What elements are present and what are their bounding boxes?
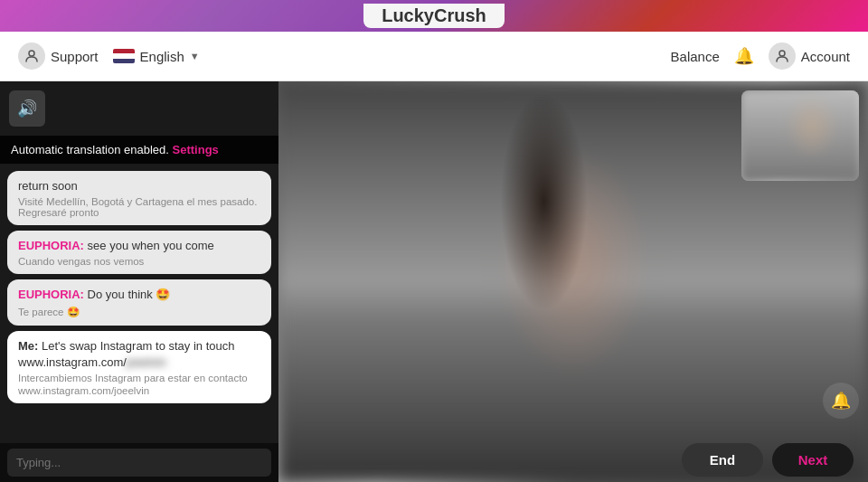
message-3-text: EUPHORIA: Do you think 🤩 bbox=[18, 287, 260, 303]
message-3-translated: Te parece 🤩 bbox=[18, 306, 260, 318]
nav-left: Support English ▼ bbox=[18, 43, 200, 70]
nav-right: Balance 🔔 Account bbox=[671, 43, 850, 70]
svg-point-0 bbox=[29, 51, 34, 56]
language-selector[interactable]: English ▼ bbox=[113, 49, 200, 64]
logo-bold: Crush bbox=[434, 5, 486, 25]
message-4-text: Me: Let's swap Instagram to stay in touc… bbox=[18, 338, 260, 354]
language-label: English bbox=[140, 49, 184, 64]
support-label: Support bbox=[51, 49, 99, 64]
webcam-blur bbox=[741, 90, 859, 181]
end-button[interactable]: End bbox=[682, 443, 763, 477]
translation-notice: Automatic translation enabled. Settings bbox=[0, 136, 278, 164]
logo: LuckyCrush bbox=[363, 4, 505, 28]
message-4-translated-url: www.instagram.com/joeelvin bbox=[18, 385, 260, 396]
support-icon bbox=[18, 43, 45, 70]
account-label: Account bbox=[801, 49, 850, 64]
message-2-text: EUPHORIA: see you when you come bbox=[18, 238, 260, 254]
balance-label: Balance bbox=[671, 49, 720, 64]
chat-bubble-2: EUPHORIA: see you when you come Cuando v… bbox=[7, 231, 271, 274]
balance-button[interactable]: Balance bbox=[671, 49, 720, 64]
chat-input[interactable] bbox=[7, 449, 271, 477]
volume-icon: 🔊 bbox=[17, 99, 37, 118]
alert-button[interactable]: 🔔 bbox=[823, 383, 859, 419]
settings-link[interactable]: Settings bbox=[173, 143, 219, 156]
message-4-instagram: www.instagram.com/joeelvin bbox=[18, 354, 260, 371]
sender-me: Me: bbox=[18, 339, 38, 353]
chat-messages: return soon Visité Medellín, Bogotá y Ca… bbox=[0, 164, 278, 443]
message-1-translated: Visité Medellín, Bogotá y Cartagena el m… bbox=[18, 196, 260, 218]
sender-euphoria-2: EUPHORIA: bbox=[18, 288, 84, 301]
support-button[interactable]: Support bbox=[18, 43, 99, 70]
account-button[interactable]: Account bbox=[769, 43, 850, 70]
svg-point-1 bbox=[779, 51, 785, 56]
chat-input-area bbox=[0, 443, 278, 482]
webcam-preview bbox=[741, 90, 859, 181]
translation-text: Automatic translation enabled. bbox=[11, 143, 169, 156]
chevron-down-icon: ▼ bbox=[190, 51, 200, 61]
sender-euphoria-1: EUPHORIA: bbox=[18, 239, 84, 252]
main-content: 🔊 Automatic translation enabled. Setting… bbox=[0, 81, 868, 482]
chat-bubble-3: EUPHORIA: Do you think 🤩 Te parece 🤩 bbox=[7, 279, 271, 325]
bottom-controls: End Next bbox=[557, 437, 868, 482]
chat-bubble-4: Me: Let's swap Instagram to stay in touc… bbox=[7, 331, 271, 403]
notifications-button[interactable]: 🔔 bbox=[734, 46, 754, 66]
video-area: 🔔 End Next bbox=[278, 81, 868, 482]
instagram-blurred: joeelvin bbox=[127, 355, 166, 369]
message-2-translated: Cuando vengas nos vemos bbox=[18, 256, 260, 267]
chat-panel: 🔊 Automatic translation enabled. Setting… bbox=[0, 81, 278, 482]
chat-bubble-1: return soon Visité Medellín, Bogotá y Ca… bbox=[7, 171, 271, 225]
alert-icon: 🔔 bbox=[831, 391, 851, 411]
message-4-translated: Intercambiemos Instagram para estar en c… bbox=[18, 373, 260, 383]
flag-icon bbox=[113, 49, 135, 63]
top-bar: LuckyCrush bbox=[0, 0, 868, 32]
account-icon bbox=[769, 43, 796, 70]
message-1-text: return soon bbox=[18, 178, 260, 194]
next-button[interactable]: Next bbox=[772, 443, 854, 477]
volume-button[interactable]: 🔊 bbox=[9, 90, 45, 127]
nav-bar: Support English ▼ Balance 🔔 Account bbox=[0, 32, 868, 81]
bell-icon: 🔔 bbox=[734, 46, 754, 66]
logo-plain: Lucky bbox=[382, 5, 434, 25]
